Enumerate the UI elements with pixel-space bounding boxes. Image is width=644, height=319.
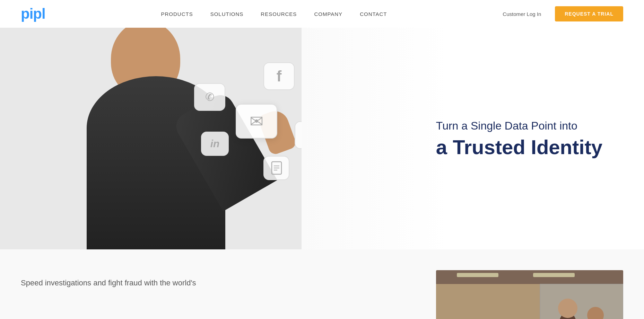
email-icon: ✉: [236, 104, 277, 139]
nav-item-products[interactable]: PRODUCTS: [161, 11, 193, 17]
phone-icon: ✆: [194, 83, 225, 111]
nav-item-resources[interactable]: RESOURCES: [261, 11, 297, 17]
hero-text-block: Turn a Single Data Point into a Trusted …: [436, 119, 602, 158]
facebook-icon: f: [263, 62, 295, 90]
nav-item-company[interactable]: COMPANY: [314, 11, 342, 17]
doc-svg: [271, 161, 282, 175]
site-header: pipl PRODUCTS SOLUTIONS RESOURCES COMPAN…: [0, 0, 644, 28]
nav-item-solutions[interactable]: SOLUTIONS: [210, 11, 244, 17]
section-text-block: Speed investigations and fight fraud wit…: [21, 270, 408, 289]
customer-log-link[interactable]: Customer Log In: [503, 11, 541, 17]
hero-image-area: ✆ f ✉ in: [0, 28, 302, 249]
nav-item-contact[interactable]: CONTACT: [360, 11, 387, 17]
request-trial-button[interactable]: REQUEST A TRIAL: [555, 6, 623, 21]
hero-title: a Trusted Identity: [436, 136, 602, 158]
linkedin-icon: in: [201, 132, 229, 156]
header-actions: Customer Log In REQUEST A TRIAL: [503, 6, 623, 21]
site-logo[interactable]: pipl: [21, 6, 45, 22]
section-description: Speed investigations and fight fraud wit…: [21, 277, 408, 289]
main-nav: PRODUCTS SOLUTIONS RESOURCES COMPANY CON…: [161, 11, 387, 17]
hero-subtitle: Turn a Single Data Point into: [436, 119, 602, 133]
hero-section: ✆ f ✉ in Turn a Single Data Point: [0, 28, 644, 249]
section-image-overlay: [436, 270, 623, 319]
mobile-icon: [295, 121, 302, 149]
floating-icons-area: ✆ f ✉ in: [187, 62, 302, 215]
document-icon: [263, 156, 289, 180]
section-image: [436, 270, 623, 319]
below-hero-section: Speed investigations and fight fraud wit…: [0, 249, 644, 319]
